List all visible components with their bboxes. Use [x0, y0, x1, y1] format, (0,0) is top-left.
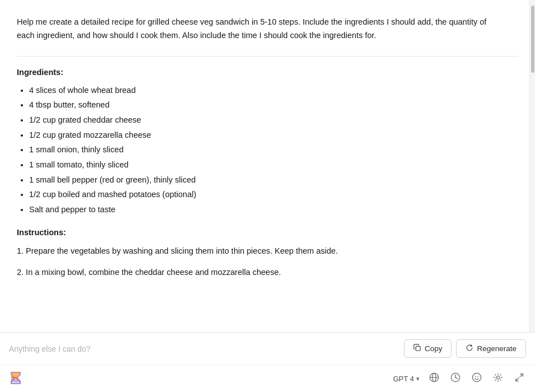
- gpt-version-selector[interactable]: GPT 4 ▾: [393, 375, 420, 383]
- svg-point-7: [472, 373, 481, 381]
- copy-icon: [413, 344, 421, 353]
- svg-point-8: [475, 376, 476, 377]
- settings-icon[interactable]: [491, 371, 505, 386]
- scrollbar-track[interactable]: [529, 0, 535, 332]
- list-item: 1/2 cup boiled and mashed potatoes (opti…: [29, 188, 501, 202]
- emoji-icon[interactable]: [470, 371, 483, 386]
- clock-icon[interactable]: [449, 371, 462, 386]
- footer-left: [9, 371, 22, 386]
- list-item: Salt and pepper to taste: [29, 203, 501, 217]
- bottom-bar: Anything else I can do? Copy: [0, 332, 535, 365]
- user-message: Help me create a detailed recipe for gri…: [17, 16, 518, 43]
- copy-label: Copy: [425, 344, 443, 353]
- message-divider: [17, 56, 518, 57]
- copy-button[interactable]: Copy: [404, 339, 452, 358]
- instructions-title: Instructions:: [17, 228, 501, 237]
- list-item: 1 small onion, thinly sliced: [29, 143, 501, 157]
- user-message-text: Help me create a detailed recipe for gri…: [17, 17, 486, 40]
- regenerate-icon: [466, 344, 473, 353]
- ingredients-title: Ingredients:: [17, 68, 501, 77]
- svg-line-12: [516, 378, 519, 381]
- scrollbar-thumb[interactable]: [531, 6, 534, 73]
- instruction-step-2: 2. In a mixing bowl, combine the cheddar…: [17, 266, 501, 279]
- gpt-version-label: GPT 4: [393, 375, 414, 383]
- svg-rect-0: [416, 346, 420, 351]
- regenerate-button[interactable]: Regenerate: [456, 339, 526, 358]
- footer-right: GPT 4 ▾: [393, 371, 526, 386]
- content-area: Help me create a detailed recipe for gri…: [0, 0, 535, 332]
- regenerate-label: Regenerate: [477, 344, 517, 353]
- list-item: 4 slices of whole wheat bread: [29, 83, 501, 97]
- scroll-content[interactable]: Help me create a detailed recipe for gri…: [0, 0, 529, 332]
- svg-line-11: [520, 374, 523, 377]
- svg-point-9: [477, 376, 478, 377]
- globe-icon[interactable]: [427, 371, 441, 386]
- hourglass-icon: [9, 371, 22, 386]
- expand-icon[interactable]: [513, 371, 526, 386]
- response-area: Ingredients: 4 slices of whole wheat bre…: [17, 68, 518, 279]
- instruction-step-1: 1. Prepare the vegetables by washing and…: [17, 245, 501, 258]
- list-item: 1 small bell pepper (red or green), thin…: [29, 173, 501, 187]
- svg-line-6: [455, 377, 458, 379]
- footer-bar: GPT 4 ▾: [0, 365, 535, 392]
- main-container: Help me create a detailed recipe for gri…: [0, 0, 535, 392]
- list-item: 1/2 cup grated mozzarella cheese: [29, 128, 501, 142]
- list-item: 1 small tomato, thinly sliced: [29, 158, 501, 172]
- svg-point-10: [496, 376, 499, 379]
- input-placeholder[interactable]: Anything else I can do?: [9, 344, 404, 353]
- chevron-down-icon: ▾: [416, 375, 420, 382]
- action-buttons: Copy Regenerate: [404, 339, 526, 358]
- list-item: 1/2 cup grated cheddar cheese: [29, 113, 501, 127]
- ingredients-list: 4 slices of whole wheat bread 4 tbsp but…: [17, 83, 501, 217]
- list-item: 4 tbsp butter, softened: [29, 98, 501, 112]
